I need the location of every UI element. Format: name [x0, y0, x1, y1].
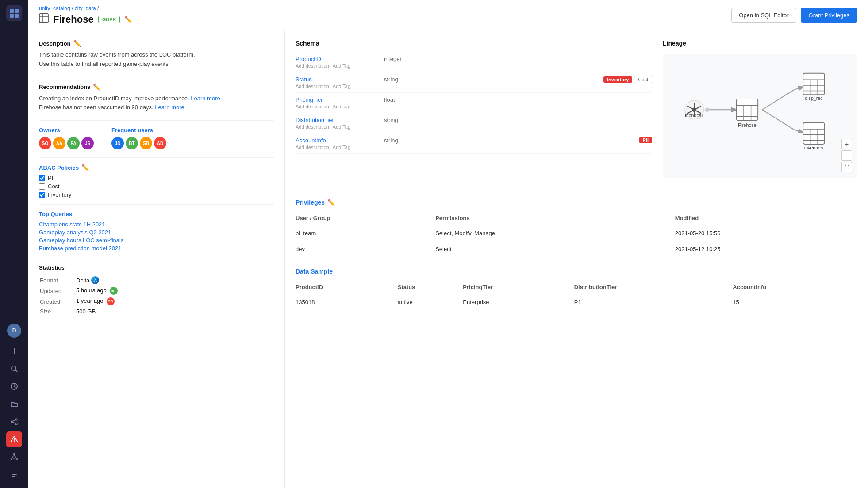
- svg-line-19: [795, 130, 803, 133]
- schema-field-status[interactable]: Status: [296, 76, 384, 83]
- schema-field-accountinfo[interactable]: AccountInfo: [296, 137, 384, 144]
- privileges-header-row: User / Group Permissions Modified: [296, 211, 857, 225]
- frequent-user-avatar-ad: AD: [154, 137, 166, 149]
- schema-section: Schema ProductID Add description Add Tag…: [296, 40, 652, 188]
- schema-title: Schema: [296, 40, 652, 47]
- lineage-node-inventory: [803, 122, 825, 144]
- abac-policy-cost: Cost: [39, 183, 274, 190]
- breadcrumb-unity-catalog[interactable]: unity_catalog: [39, 5, 70, 11]
- query-3[interactable]: Gameplay hours LOC semi-finals: [39, 237, 274, 244]
- svg-rect-40: [803, 122, 825, 144]
- breadcrumb: unity_catalog / city_data /: [39, 5, 132, 11]
- schema-field-productid[interactable]: ProductID: [296, 56, 384, 62]
- schema-field-distributiontier[interactable]: DistributionTier: [296, 117, 384, 123]
- sidebar-icon-folder[interactable]: [6, 396, 22, 412]
- table-icon: [39, 13, 49, 25]
- schema-add-tag-pricingtier[interactable]: Add Tag: [333, 104, 350, 109]
- ds-col-distributiontier: DistributionTier: [574, 280, 733, 294]
- privileges-col-user: User / Group: [296, 211, 435, 225]
- query-1[interactable]: Champions stats 1H 2021: [39, 221, 274, 228]
- abac-policies-title: ABAC Policies ✏️: [39, 164, 274, 171]
- size-label: Size: [40, 307, 75, 316]
- learn-more-link-2[interactable]: Learn more.: [155, 104, 186, 111]
- sidebar-icon-share[interactable]: [6, 414, 22, 430]
- open-sql-editor-button[interactable]: Open in SQL Editor: [731, 8, 796, 23]
- page-header: unity_catalog / city_data / Firehose GDP…: [28, 0, 868, 31]
- recommendations-section-title: Recommendations ✏️: [39, 84, 274, 91]
- frequent-user-avatar-bt: BT: [126, 137, 138, 149]
- statistics-title: Statistics: [39, 264, 274, 271]
- svg-point-15: [705, 107, 710, 112]
- stat-row-format: Format Delta △: [40, 275, 273, 285]
- frequent-user-avatar-sb: SB: [140, 137, 152, 149]
- size-value: 500 GB: [76, 307, 273, 316]
- owner-avatar-js: JS: [81, 137, 94, 149]
- sidebar-icon-graph[interactable]: [6, 449, 22, 465]
- recommendations-edit-icon[interactable]: ✏️: [93, 84, 100, 91]
- schema-row-status: Status Add description Add Tag string In…: [296, 72, 652, 93]
- description-edit-icon[interactable]: ✏️: [73, 40, 81, 47]
- query-2[interactable]: Gameplay analysis Q2 2021: [39, 229, 274, 236]
- abac-link[interactable]: ABAC Policies: [39, 164, 79, 171]
- left-panel: Description ✏️ This table contains raw e…: [28, 31, 285, 488]
- owners-link[interactable]: Owners: [39, 127, 60, 133]
- sidebar-icon-clock[interactable]: [6, 378, 22, 394]
- sidebar-icon-search[interactable]: [6, 361, 22, 377]
- ds-col-productid: ProductID: [296, 280, 398, 294]
- schema-add-desc-accountinfo[interactable]: Add description: [296, 145, 329, 150]
- abac-checkbox-inventory[interactable]: [39, 192, 45, 198]
- owners-avatars: SO AA PA JS: [39, 137, 94, 149]
- sidebar-icon-plus[interactable]: [6, 343, 22, 359]
- schema-add-tag-accountinfo[interactable]: Add Tag: [333, 145, 350, 150]
- updated-value: 5 hours ago BT: [76, 286, 273, 296]
- main-area: unity_catalog / city_data / Firehose GDP…: [28, 0, 868, 488]
- lineage-fullscreen[interactable]: ⛶: [841, 162, 852, 172]
- abac-edit-icon[interactable]: ✏️: [81, 164, 89, 171]
- abac-checkbox-pii[interactable]: [39, 175, 45, 181]
- breadcrumb-city-data[interactable]: city_data: [75, 5, 96, 11]
- lineage-node-disp-rec: [803, 73, 825, 95]
- lineage-zoom-in[interactable]: +: [841, 139, 852, 149]
- schema-add-desc-status[interactable]: Add description: [296, 84, 329, 89]
- user-avatar[interactable]: D: [7, 324, 21, 338]
- schema-add-tag-distributiontier[interactable]: Add Tag: [333, 124, 350, 130]
- query-4[interactable]: Purchase prediction model 2021: [39, 245, 274, 252]
- frequent-users-link[interactable]: Frequent users: [111, 127, 153, 133]
- schema-type-distributiontier: string: [384, 117, 652, 123]
- tag-pii-accountinfo: PII: [639, 137, 652, 143]
- recommendations-body: Creating an index on ProductID may impro…: [39, 94, 274, 113]
- privileges-row-dev: dev Select 2021-05-12 10:25: [296, 241, 857, 257]
- sidebar-icon-list[interactable]: [6, 467, 22, 483]
- grant-privileges-button[interactable]: Grant Privileges: [801, 8, 857, 23]
- privileges-permissions-dev: Select: [435, 241, 675, 257]
- lineage-canvas-container: inbndcall Firehose: [663, 54, 857, 178]
- schema-add-tag-status[interactable]: Add Tag: [333, 84, 350, 89]
- schema-add-desc-productid[interactable]: Add description: [296, 63, 329, 69]
- lineage-zoom-out[interactable]: −: [841, 150, 852, 161]
- frequent-users-title: Frequent users: [111, 127, 166, 133]
- sidebar-icon-alert[interactable]: [6, 431, 22, 447]
- svg-rect-26: [737, 99, 758, 121]
- schema-add-tag-productid[interactable]: Add Tag: [333, 63, 350, 69]
- schema-field-pricingtier[interactable]: PricingTier: [296, 96, 384, 103]
- lineage-title: Lineage: [663, 40, 857, 47]
- schema-add-desc-pricingtier[interactable]: Add description: [296, 104, 329, 109]
- title-edit-icon[interactable]: ✏️: [124, 16, 132, 23]
- gdpr-tag: GDPR: [98, 16, 120, 23]
- privileges-modified-bi-team: 2021-05-20 15:56: [675, 225, 857, 241]
- top-queries-list: Champions stats 1H 2021 Gameplay analysi…: [39, 221, 274, 252]
- schema-lineage-row: Schema ProductID Add description Add Tag…: [296, 40, 857, 188]
- abac-checkbox-cost[interactable]: [39, 183, 45, 190]
- format-label: Format: [40, 275, 75, 285]
- svg-line-17: [795, 87, 803, 90]
- title-row: Firehose GDPR ✏️: [39, 13, 132, 25]
- frequent-users-section: Frequent users JD BT SB AD: [111, 127, 166, 149]
- privileges-edit-icon[interactable]: ✏️: [327, 199, 335, 206]
- top-queries-link[interactable]: Top Queries: [39, 211, 72, 217]
- recommendations-line2: Firehose has not been vaccumed in 90 day…: [39, 103, 274, 112]
- data-sample-section: Data Sample ProductID Status PricingTier…: [296, 268, 857, 310]
- privileges-row-bi-team: bi_team Select, Modify, Manage 2021-05-2…: [296, 225, 857, 241]
- learn-more-link-1[interactable]: Learn more .: [191, 95, 223, 102]
- schema-add-desc-distributiontier[interactable]: Add description: [296, 124, 329, 130]
- svg-rect-13: [39, 14, 48, 23]
